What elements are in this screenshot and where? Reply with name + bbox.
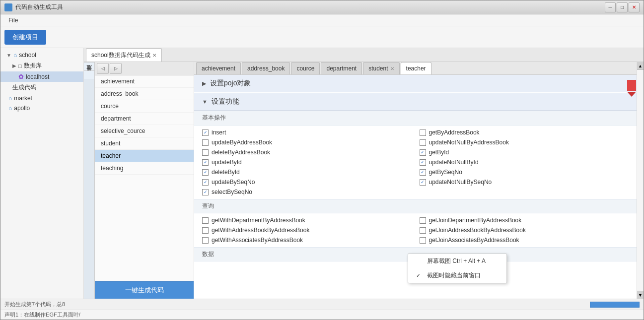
cb-label-getById: getById [429, 149, 449, 156]
pojo-section-arrow: ▶ [202, 80, 206, 87]
context-menu-item-screenshot[interactable]: 屏幕截图 Ctrl + Alt + A [408, 254, 506, 268]
cb-updateNotNullById[interactable]: ✓ [420, 159, 426, 166]
vert-tabs: 搜索 注册 [84, 62, 95, 299]
sidebar-label-localhost: localhost [26, 73, 49, 80]
list-item-student[interactable]: student [95, 137, 194, 150]
menu-file[interactable]: File [4, 16, 22, 25]
cb-row-getBySeqNo: ✓ getBySeqNo [420, 167, 629, 177]
cb-row-updateById: ✓ updateById [202, 157, 412, 167]
cb-deleteById[interactable]: ✓ [202, 169, 209, 176]
list-item-cource[interactable]: cource [95, 100, 194, 113]
app-icon [4, 3, 12, 11]
list-item-address_book[interactable]: address_book [95, 88, 194, 100]
cb-row-deleteByAddressBook: deleteByAddressBook [202, 147, 412, 157]
sidebar-item-market[interactable]: ⌂ market [0, 93, 83, 103]
cb-row-getWithAddrBook: getWithAddressBookByAddressBook [202, 225, 412, 235]
sidebar-label-database: 数据库 [24, 62, 42, 70]
cb-row-deleteById: ✓ deleteById [202, 167, 412, 177]
cb-getJoinDept[interactable] [420, 217, 426, 224]
list-item-teacher[interactable]: teacher [95, 150, 194, 162]
list-item-teaching[interactable]: teaching [95, 162, 194, 175]
cb-row-updateNotNullById: ✓ updateNotNullById [420, 157, 629, 167]
scroll-down-btn[interactable]: ▼ [637, 291, 644, 299]
cb-row-selectBySeqNo: ✓ selectBySeqNo [202, 187, 412, 197]
file-tab-school[interactable]: school数据库代码生成 ✕ [86, 48, 162, 62]
cb-getJoinAssociates[interactable] [420, 237, 426, 244]
minimize-button[interactable]: ─ [605, 2, 616, 12]
list-item-selective_cource[interactable]: selective_cource [95, 125, 194, 137]
bottom-text: 声明1：在线制作EGF工具面叶/ [4, 311, 80, 319]
cb-updateByAddressBook[interactable] [202, 139, 209, 146]
tab-student-close[interactable]: ✕ [390, 66, 394, 71]
cb-row-getWithAssociates: getWithAssociatesByAddressBook [202, 235, 412, 245]
cb-updateBySeqNo[interactable]: ✓ [202, 179, 209, 186]
database-icon: □ [18, 63, 22, 69]
window-title: 代码自动生成工具 [15, 3, 605, 11]
list-toolbar-btn-2[interactable]: ▷ [110, 63, 122, 74]
cb-label-updateNotNullBySeqNo: updateNotNullBySeqNo [429, 179, 492, 186]
cb-getWithDept[interactable] [202, 217, 209, 224]
list-toolbar-btn-1[interactable]: ◁ [97, 63, 109, 74]
cb-updateById[interactable]: ✓ [202, 159, 209, 166]
cb-label-getWithAddrBook: getWithAddressBookByAddressBook [212, 227, 309, 234]
context-menu-item-hide[interactable]: ✓ 截图时隐藏当前窗口 [408, 268, 506, 283]
cb-getWithAddrBook[interactable] [202, 227, 209, 234]
tab-address_book[interactable]: address_book [242, 62, 290, 74]
cb-row-updateBySeqNo: ✓ updateBySeqNo [202, 177, 412, 187]
cb-updateNotNullByAddressBook[interactable] [420, 139, 426, 146]
cb-selectBySeqNo[interactable]: ✓ [202, 189, 209, 195]
tab-teacher[interactable]: teacher [401, 62, 431, 74]
cb-insert[interactable]: ✓ [202, 129, 209, 136]
right-flags [627, 80, 637, 97]
vert-tab-register[interactable]: 注册 [84, 70, 94, 79]
cb-label-insert: insert [212, 129, 226, 136]
close-button[interactable]: ✕ [629, 2, 640, 12]
tab-student[interactable]: student ✕ [363, 62, 399, 74]
scroll-up-btn[interactable]: ▲ [637, 62, 644, 70]
cb-getBySeqNo[interactable]: ✓ [420, 169, 426, 176]
sidebar-item-apollo[interactable]: ⌂ apollo [0, 103, 83, 113]
tab-department[interactable]: department [321, 62, 362, 74]
checkbox-grid-basic: ✓ insert updateByAddressBook deleteByAdd [194, 126, 637, 199]
sidebar-item-generatecode[interactable]: 生成代码 [0, 82, 83, 93]
tree-arrow-database: ▶ [12, 63, 16, 68]
cb-row-getByAddressBook: getByAddressBook [420, 128, 629, 137]
cb-row-getById: ✓ getById [420, 147, 629, 157]
function-section-title: 设置功能 [212, 97, 239, 106]
cb-label-getWithAssociates: getWithAssociatesByAddressBook [212, 237, 303, 244]
list-item-achievement[interactable]: achievement [95, 75, 194, 88]
sidebar-label-generatecode: 生成代码 [12, 83, 36, 92]
tab-achievement[interactable]: achievement [196, 62, 241, 74]
vert-tab-search[interactable]: 搜索 [84, 62, 94, 70]
content-scroll[interactable]: ▶ 设置pojo对象 ▼ 设置功能 基本操作 [194, 75, 637, 299]
function-section-header[interactable]: ▼ 设置功能 [194, 93, 637, 111]
cb-updateNotNullBySeqNo[interactable]: ✓ [420, 179, 426, 186]
cb-label-getWithDept: getWithDepartmentByAddressBook [212, 217, 305, 224]
scroll-track[interactable] [637, 70, 644, 291]
status-text: 开始生成第7个代码，总8 [4, 301, 65, 308]
title-bar-controls: ─ □ ✕ [605, 2, 640, 12]
cb-getJoinAddrBook[interactable] [420, 227, 426, 234]
cb-row-getWithDept: getWithDepartmentByAddressBook [202, 215, 412, 225]
sidebar-item-school[interactable]: ▼ ⌂ school [0, 50, 83, 60]
cb-getByAddressBook[interactable] [420, 129, 426, 136]
cb-getById[interactable]: ✓ [420, 149, 426, 156]
cb-label-getJoinAssociates: getJoinAssociatesByAddressBook [429, 237, 519, 244]
cb-row-getJoinAddrBook: getJoinAddressBookByAddressBook [420, 225, 629, 235]
cb-deleteByAddressBook[interactable] [202, 149, 209, 156]
market-icon: ⌂ [8, 95, 12, 102]
file-tab-close[interactable]: ✕ [152, 53, 156, 58]
pojo-section-header[interactable]: ▶ 设置pojo对象 [194, 75, 637, 92]
cb-row-getJoinAssociates: getJoinAssociatesByAddressBook [420, 235, 629, 245]
list-item-department[interactable]: department [95, 113, 194, 125]
maximize-button[interactable]: □ [617, 2, 628, 12]
cb-getWithAssociates[interactable] [202, 237, 209, 244]
cb-label-deleteByAddressBook: deleteByAddressBook [212, 149, 270, 156]
right-scrollbar[interactable]: ▲ ▼ [637, 62, 644, 299]
sidebar-item-database[interactable]: ▶ □ 数据库 [0, 60, 83, 71]
tab-cource[interactable]: cource [291, 62, 320, 74]
sidebar-item-localhost[interactable]: ✿ localhost [0, 71, 83, 82]
cb-label-updateByAddressBook: updateByAddressBook [212, 139, 272, 146]
create-project-button[interactable]: 创建项目 [4, 30, 46, 45]
generate-code-button[interactable]: 一键生成代码 [95, 281, 194, 299]
